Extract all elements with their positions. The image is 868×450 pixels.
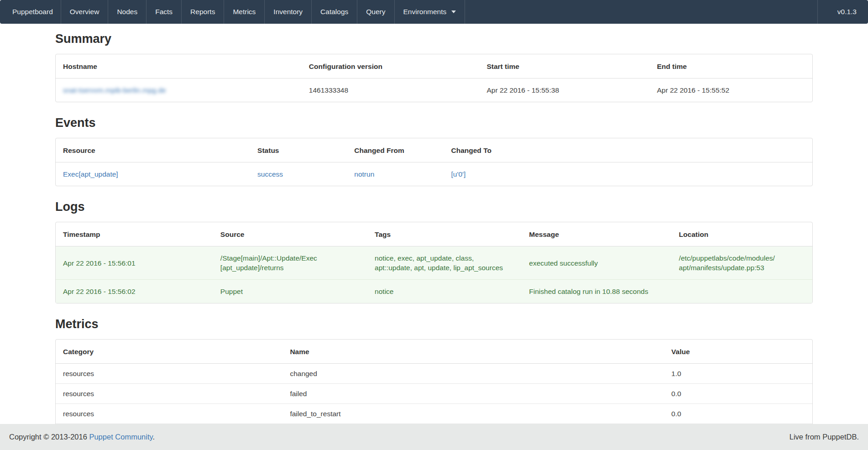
copyright-prefix: Copyright © 2013-2016 (9, 433, 89, 441)
logs-col-source: Source (213, 222, 367, 246)
event-resource-link[interactable]: Exec[apt_update] (63, 170, 118, 178)
event-changed-from-link[interactable]: notrun (354, 170, 374, 178)
metrics-col-value: Value (664, 340, 812, 364)
log-source: Puppet (213, 280, 367, 303)
metric-value: 1.0 (664, 364, 812, 384)
events-col-resource: Resource (56, 138, 250, 162)
config-version-value: 1461333348 (302, 78, 480, 102)
nav-item-inventory[interactable]: Inventory (265, 0, 312, 24)
summary-col-start-time: Start time (479, 54, 649, 78)
navbar-spacer (465, 0, 817, 24)
log-source: /Stage[main]/Apt::Update/Exec[apt_update… (220, 253, 319, 272)
metric-value: 0.0 (664, 404, 812, 424)
metrics-section: Metrics Category Name Value resources ch… (55, 317, 813, 430)
navbar: Puppetboard Overview Nodes Facts Reports… (0, 0, 868, 24)
metric-name: failed_to_restart (282, 404, 664, 424)
metrics-heading: Metrics (55, 317, 813, 331)
metric-category: resources (56, 384, 282, 404)
summary-section: Summary Hostname Configuration version S… (55, 31, 813, 102)
log-timestamp: Apr 22 2016 - 15:56:01 (56, 246, 213, 280)
event-changed-to-link[interactable]: [u'0'] (451, 170, 466, 178)
summary-col-config-version: Configuration version (302, 54, 480, 78)
events-section: Events Resource Status Changed From Chan… (55, 115, 813, 186)
summary-table: Hostname Configuration version Start tim… (56, 54, 812, 102)
log-location (672, 280, 812, 303)
metric-value: 0.0 (664, 384, 812, 404)
events-col-changed-to: Changed To (444, 138, 812, 162)
nav-item-catalogs[interactable]: Catalogs (312, 0, 357, 24)
event-row: Exec[apt_update] success notrun [u'0'] (56, 162, 812, 186)
report-page: Summary Hostname Configuration version S… (0, 31, 868, 450)
metrics-table: Category Name Value resources changed 1.… (56, 340, 812, 424)
metric-name: changed (282, 364, 664, 384)
events-col-changed-from: Changed From (347, 138, 444, 162)
chevron-down-icon (451, 10, 456, 13)
log-tags: notice, exec, apt_update, class, apt::up… (375, 253, 512, 272)
nav-item-facts[interactable]: Facts (146, 0, 182, 24)
copyright-suffix: . (153, 433, 155, 441)
metric-row: resources changed 1.0 (56, 364, 812, 384)
events-table: Resource Status Changed From Changed To … (56, 138, 812, 186)
logs-table: Timestamp Source Tags Message Location A… (56, 222, 812, 303)
log-row: Apr 22 2016 - 15:56:01 /Stage[main]/Apt:… (56, 246, 812, 280)
logs-col-message: Message (522, 222, 671, 246)
log-location: /etc/puppetlabs/code/modules/apt/manifes… (679, 253, 778, 272)
logs-section: Logs Timestamp Source Tags Message Locat… (55, 199, 813, 303)
summary-col-hostname: Hostname (56, 54, 302, 78)
logs-col-location: Location (672, 222, 812, 246)
log-row: Apr 22 2016 - 15:56:02 Puppet notice Fin… (56, 280, 812, 303)
metric-name: failed (282, 384, 664, 404)
log-tags: notice (367, 280, 522, 303)
log-message: Finished catalog run in 10.88 seconds (522, 280, 671, 303)
summary-heading: Summary (55, 31, 813, 46)
puppetdb-status-text: Live from PuppetDB. (790, 433, 859, 441)
start-time-value: Apr 22 2016 - 15:55:38 (479, 78, 649, 102)
summary-row: snat-tservvm.mpib-berlin.mpg.de 14613333… (56, 78, 812, 102)
metric-row: resources failed_to_restart 0.0 (56, 404, 812, 424)
log-timestamp: Apr 22 2016 - 15:56:02 (56, 280, 213, 303)
environments-dropdown-label: Environments (403, 8, 447, 16)
metrics-col-category: Category (56, 340, 282, 364)
version-link[interactable]: v0.1.3 (817, 0, 868, 24)
nav-item-metrics[interactable]: Metrics (224, 0, 265, 24)
copyright-text: Copyright © 2013-2016 Puppet Community. (9, 433, 155, 441)
navbar-brand[interactable]: Puppetboard (0, 0, 61, 24)
logs-col-tags: Tags (367, 222, 522, 246)
metric-row: resources failed 0.0 (56, 384, 812, 404)
environments-dropdown[interactable]: Environments (395, 0, 465, 24)
events-heading: Events (55, 115, 813, 130)
event-status-link[interactable]: success (257, 170, 283, 178)
end-time-value: Apr 22 2016 - 15:55:52 (650, 78, 812, 102)
metric-category: resources (56, 364, 282, 384)
puppet-community-link[interactable]: Puppet Community (89, 433, 152, 441)
nav-item-query[interactable]: Query (357, 0, 394, 24)
nav-item-reports[interactable]: Reports (182, 0, 224, 24)
nav-item-nodes[interactable]: Nodes (108, 0, 146, 24)
log-message: executed successfully (522, 246, 671, 280)
summary-col-end-time: End time (650, 54, 812, 78)
metrics-col-name: Name (282, 340, 664, 364)
logs-col-timestamp: Timestamp (56, 222, 213, 246)
footer: Copyright © 2013-2016 Puppet Community. … (0, 424, 868, 450)
nav-item-overview[interactable]: Overview (61, 0, 109, 24)
events-col-status: Status (250, 138, 347, 162)
metric-category: resources (56, 404, 282, 424)
hostname-link[interactable]: snat-tservvm.mpib-berlin.mpg.de (63, 86, 166, 94)
logs-heading: Logs (55, 199, 813, 214)
